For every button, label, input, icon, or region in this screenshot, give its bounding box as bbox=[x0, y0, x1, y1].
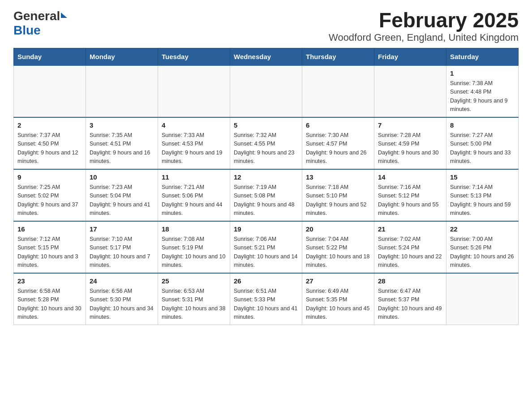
calendar-cell: 25Sunrise: 6:53 AM Sunset: 5:31 PM Dayli… bbox=[158, 273, 230, 325]
title-block: February 2025 Woodford Green, England, U… bbox=[329, 9, 519, 43]
day-number: 3 bbox=[90, 120, 154, 131]
day-info: Sunrise: 7:37 AM Sunset: 4:50 PM Dayligh… bbox=[17, 131, 82, 166]
calendar-cell bbox=[86, 65, 158, 117]
day-info: Sunrise: 7:19 AM Sunset: 5:08 PM Dayligh… bbox=[234, 183, 298, 218]
day-info: Sunrise: 7:30 AM Sunset: 4:57 PM Dayligh… bbox=[306, 131, 370, 166]
calendar-cell: 21Sunrise: 7:02 AM Sunset: 5:24 PM Dayli… bbox=[374, 221, 446, 273]
calendar-cell: 7Sunrise: 7:28 AM Sunset: 4:59 PM Daylig… bbox=[374, 117, 446, 169]
day-number: 6 bbox=[306, 120, 370, 131]
calendar-cell: 24Sunrise: 6:56 AM Sunset: 5:30 PM Dayli… bbox=[86, 273, 158, 325]
calendar-cell: 27Sunrise: 6:49 AM Sunset: 5:35 PM Dayli… bbox=[302, 273, 374, 325]
weekday-header-friday: Friday bbox=[374, 48, 446, 65]
calendar-cell: 10Sunrise: 7:23 AM Sunset: 5:04 PM Dayli… bbox=[86, 169, 158, 221]
day-number: 25 bbox=[162, 276, 226, 287]
day-info: Sunrise: 7:35 AM Sunset: 4:51 PM Dayligh… bbox=[90, 131, 154, 166]
day-number: 11 bbox=[162, 172, 226, 183]
day-info: Sunrise: 7:38 AM Sunset: 4:48 PM Dayligh… bbox=[450, 79, 515, 114]
calendar-cell: 22Sunrise: 7:00 AM Sunset: 5:26 PM Dayli… bbox=[446, 221, 519, 273]
calendar-cell: 13Sunrise: 7:18 AM Sunset: 5:10 PM Dayli… bbox=[302, 169, 374, 221]
day-number: 13 bbox=[306, 172, 370, 183]
day-number: 2 bbox=[17, 120, 82, 131]
day-number: 24 bbox=[90, 276, 154, 287]
day-info: Sunrise: 7:06 AM Sunset: 5:21 PM Dayligh… bbox=[234, 235, 298, 270]
day-number: 12 bbox=[234, 172, 298, 183]
weekday-header-monday: Monday bbox=[86, 48, 158, 65]
calendar-cell: 2Sunrise: 7:37 AM Sunset: 4:50 PM Daylig… bbox=[14, 117, 86, 169]
calendar-week-row: 1Sunrise: 7:38 AM Sunset: 4:48 PM Daylig… bbox=[14, 65, 519, 117]
calendar-cell: 12Sunrise: 7:19 AM Sunset: 5:08 PM Dayli… bbox=[230, 169, 302, 221]
calendar-cell: 6Sunrise: 7:30 AM Sunset: 4:57 PM Daylig… bbox=[302, 117, 374, 169]
day-info: Sunrise: 7:00 AM Sunset: 5:26 PM Dayligh… bbox=[450, 235, 515, 270]
day-info: Sunrise: 7:10 AM Sunset: 5:17 PM Dayligh… bbox=[90, 235, 154, 270]
calendar-cell: 1Sunrise: 7:38 AM Sunset: 4:48 PM Daylig… bbox=[446, 65, 519, 117]
calendar-cell: 17Sunrise: 7:10 AM Sunset: 5:17 PM Dayli… bbox=[86, 221, 158, 273]
day-number: 10 bbox=[90, 172, 154, 183]
day-number: 20 bbox=[306, 224, 370, 235]
calendar-body: 1Sunrise: 7:38 AM Sunset: 4:48 PM Daylig… bbox=[14, 65, 519, 325]
day-info: Sunrise: 7:12 AM Sunset: 5:15 PM Dayligh… bbox=[17, 235, 82, 270]
weekday-header-tuesday: Tuesday bbox=[158, 48, 230, 65]
day-info: Sunrise: 7:32 AM Sunset: 4:55 PM Dayligh… bbox=[234, 131, 298, 166]
day-info: Sunrise: 7:25 AM Sunset: 5:02 PM Dayligh… bbox=[17, 183, 82, 218]
day-info: Sunrise: 7:02 AM Sunset: 5:24 PM Dayligh… bbox=[378, 235, 442, 270]
calendar-cell: 8Sunrise: 7:27 AM Sunset: 5:00 PM Daylig… bbox=[446, 117, 519, 169]
day-info: Sunrise: 6:49 AM Sunset: 5:35 PM Dayligh… bbox=[306, 287, 370, 322]
day-info: Sunrise: 7:28 AM Sunset: 4:59 PM Dayligh… bbox=[378, 131, 442, 166]
weekday-header-wednesday: Wednesday bbox=[230, 48, 302, 65]
day-number: 9 bbox=[17, 172, 82, 183]
calendar-cell: 20Sunrise: 7:04 AM Sunset: 5:22 PM Dayli… bbox=[302, 221, 374, 273]
calendar-cell bbox=[302, 65, 374, 117]
logo: General Blue bbox=[13, 9, 67, 38]
logo-blue-text: Blue bbox=[13, 23, 41, 37]
calendar-cell: 5Sunrise: 7:32 AM Sunset: 4:55 PM Daylig… bbox=[230, 117, 302, 169]
day-number: 26 bbox=[234, 276, 298, 287]
day-number: 27 bbox=[306, 276, 370, 287]
day-number: 4 bbox=[162, 120, 226, 131]
calendar-cell: 15Sunrise: 7:14 AM Sunset: 5:13 PM Dayli… bbox=[446, 169, 519, 221]
day-number: 17 bbox=[90, 224, 154, 235]
calendar-cell bbox=[374, 65, 446, 117]
day-info: Sunrise: 7:04 AM Sunset: 5:22 PM Dayligh… bbox=[306, 235, 370, 270]
calendar-week-row: 23Sunrise: 6:58 AM Sunset: 5:28 PM Dayli… bbox=[14, 273, 519, 325]
calendar-cell bbox=[446, 273, 519, 325]
day-number: 7 bbox=[378, 120, 442, 131]
day-number: 1 bbox=[450, 68, 515, 79]
day-info: Sunrise: 6:53 AM Sunset: 5:31 PM Dayligh… bbox=[162, 287, 226, 322]
day-info: Sunrise: 7:21 AM Sunset: 5:06 PM Dayligh… bbox=[162, 183, 226, 218]
day-number: 18 bbox=[162, 224, 226, 235]
calendar-table: SundayMondayTuesdayWednesdayThursdayFrid… bbox=[13, 48, 519, 325]
calendar-cell: 23Sunrise: 6:58 AM Sunset: 5:28 PM Dayli… bbox=[14, 273, 86, 325]
day-info: Sunrise: 6:47 AM Sunset: 5:37 PM Dayligh… bbox=[378, 287, 442, 322]
day-number: 23 bbox=[17, 276, 82, 287]
calendar-cell: 16Sunrise: 7:12 AM Sunset: 5:15 PM Dayli… bbox=[14, 221, 86, 273]
page-subtitle: Woodford Green, England, United Kingdom bbox=[329, 32, 519, 43]
calendar-cell: 4Sunrise: 7:33 AM Sunset: 4:53 PM Daylig… bbox=[158, 117, 230, 169]
day-number: 5 bbox=[234, 120, 298, 131]
day-number: 21 bbox=[378, 224, 442, 235]
day-info: Sunrise: 6:51 AM Sunset: 5:33 PM Dayligh… bbox=[234, 287, 298, 322]
calendar-header: SundayMondayTuesdayWednesdayThursdayFrid… bbox=[14, 48, 519, 65]
day-info: Sunrise: 7:33 AM Sunset: 4:53 PM Dayligh… bbox=[162, 131, 226, 166]
day-number: 8 bbox=[450, 120, 515, 131]
calendar-cell: 9Sunrise: 7:25 AM Sunset: 5:02 PM Daylig… bbox=[14, 169, 86, 221]
logo-general-text: General bbox=[13, 9, 60, 23]
logo-arrow-icon bbox=[61, 13, 67, 18]
day-number: 22 bbox=[450, 224, 515, 235]
day-info: Sunrise: 7:14 AM Sunset: 5:13 PM Dayligh… bbox=[450, 183, 515, 218]
calendar-cell: 19Sunrise: 7:06 AM Sunset: 5:21 PM Dayli… bbox=[230, 221, 302, 273]
calendar-cell: 3Sunrise: 7:35 AM Sunset: 4:51 PM Daylig… bbox=[86, 117, 158, 169]
calendar-week-row: 9Sunrise: 7:25 AM Sunset: 5:02 PM Daylig… bbox=[14, 169, 519, 221]
calendar-cell: 11Sunrise: 7:21 AM Sunset: 5:06 PM Dayli… bbox=[158, 169, 230, 221]
page-title: February 2025 bbox=[329, 9, 519, 32]
day-info: Sunrise: 7:16 AM Sunset: 5:12 PM Dayligh… bbox=[378, 183, 442, 218]
day-info: Sunrise: 7:08 AM Sunset: 5:19 PM Dayligh… bbox=[162, 235, 226, 270]
calendar-cell: 18Sunrise: 7:08 AM Sunset: 5:19 PM Dayli… bbox=[158, 221, 230, 273]
calendar-cell: 14Sunrise: 7:16 AM Sunset: 5:12 PM Dayli… bbox=[374, 169, 446, 221]
calendar-cell bbox=[14, 65, 86, 117]
day-number: 14 bbox=[378, 172, 442, 183]
page-header: General Blue February 2025 Woodford Gree… bbox=[13, 9, 519, 43]
day-info: Sunrise: 7:23 AM Sunset: 5:04 PM Dayligh… bbox=[90, 183, 154, 218]
day-info: Sunrise: 6:56 AM Sunset: 5:30 PM Dayligh… bbox=[90, 287, 154, 322]
day-number: 28 bbox=[378, 276, 442, 287]
weekday-header-saturday: Saturday bbox=[446, 48, 519, 65]
